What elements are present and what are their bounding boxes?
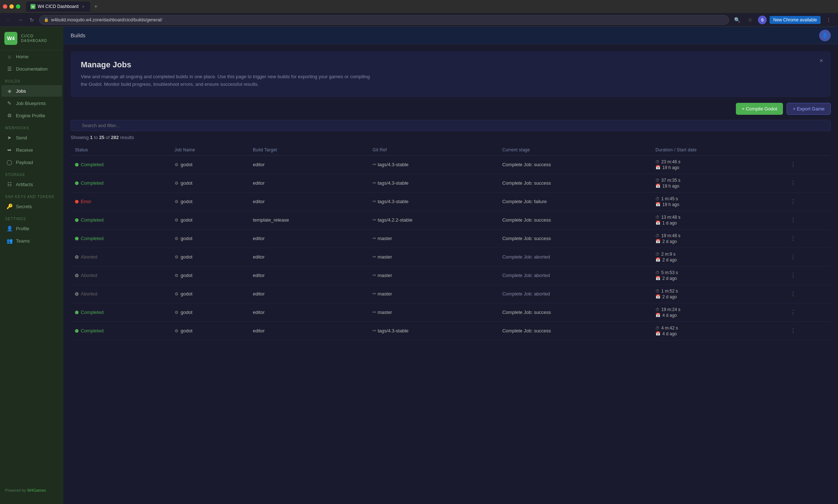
git-ref-cell: ⚯ master (373, 291, 494, 297)
fullscreen-window-button[interactable] (16, 4, 20, 9)
more-options-button[interactable]: ⋮ (789, 178, 797, 188)
cell-more: ⋮ (784, 229, 831, 248)
new-chrome-button[interactable]: New Chrome available (770, 16, 821, 24)
col-header-job-name: Job Name (170, 144, 249, 156)
search-toolbar-button[interactable]: 🔍 (732, 15, 742, 25)
sidebar-item-artifacts[interactable]: ☷ Artifacts (1, 178, 62, 190)
git-ref-cell: ⚯ tags/4.3-stable (373, 199, 494, 204)
more-options-button[interactable]: ⋮ (789, 215, 797, 225)
results-of-label: of (104, 135, 111, 140)
sidebar-label-send: Send (16, 135, 27, 140)
sidebar-item-home[interactable]: ⌂ Home (1, 51, 62, 62)
cell-job-name: ⚙ godot (170, 229, 249, 248)
cell-build-target: editor (248, 266, 368, 285)
git-ref-text: tags/4.3-stable (378, 180, 408, 186)
bookmark-button[interactable]: ☆ (745, 15, 755, 25)
more-options-button[interactable]: ⋮ (789, 270, 797, 280)
close-card-button[interactable]: × (817, 56, 826, 65)
minimize-window-button[interactable] (9, 4, 14, 9)
more-options-button[interactable]: ⋮ (789, 160, 797, 169)
back-button[interactable]: ← (4, 16, 13, 24)
status-text: Aborted (81, 273, 97, 278)
col-header-actions (784, 144, 831, 156)
git-icon: ⚯ (373, 328, 376, 333)
start-date-text: 4 d ago (662, 313, 677, 318)
address-bar: ← → ↻ 🔒 w4build.mosquito.w4.zone/dashboa… (0, 13, 838, 27)
duration-cell: ⏱ 4 m:42 s 📅 4 d ago (655, 326, 780, 336)
start-date-text: 2 d ago (662, 257, 677, 262)
compile-godot-button[interactable]: + Compile Godot (736, 103, 783, 115)
sidebar-item-teams[interactable]: 👥 Teams (1, 235, 62, 247)
duration-cell: ⏱ 13 m:48 s 📅 1 d ago (655, 215, 780, 226)
sidebar-label-documentation: Documentation (16, 66, 47, 72)
reload-button[interactable]: ↻ (28, 16, 36, 24)
url-bar[interactable]: 🔒 w4build.mosquito.w4.zone/dashboard/cic… (39, 15, 729, 25)
cell-current-stage: Complete Job: failure (498, 192, 651, 211)
sidebar-item-jobs[interactable]: ◈ Jobs (1, 85, 62, 97)
cell-current-stage: Complete Job: success (498, 322, 651, 340)
sidebar-item-payload[interactable]: ◯ Payload (1, 156, 62, 168)
active-tab[interactable]: W W4 CICD Dashboard × (26, 1, 90, 12)
close-window-button[interactable] (3, 4, 7, 9)
more-options-button[interactable]: ⋮ (789, 234, 797, 243)
tab-close-button[interactable]: × (81, 4, 86, 9)
profile-icon: 👤 (7, 226, 12, 231)
sidebar-item-documentation[interactable]: ☰ Documentation (1, 63, 62, 75)
cell-current-stage: Complete Job: aborted (498, 266, 651, 285)
forward-button[interactable]: → (16, 16, 25, 24)
topbar-user-avatar[interactable]: 👤 (819, 30, 831, 41)
search-row: 🔍 (71, 120, 831, 131)
search-wrapper: 🔍 (71, 120, 831, 131)
calendar-icon: 📅 (655, 202, 661, 207)
content-area: Manage Jobs View and manage all ongoing … (63, 44, 838, 504)
more-options-button[interactable]: ⋮ (789, 326, 797, 336)
search-input[interactable] (71, 120, 831, 131)
teams-icon: 👥 (7, 238, 12, 244)
build-target-text: editor (253, 291, 265, 297)
more-options-button[interactable]: ⋮ (789, 252, 797, 262)
duration-row: ⏱ 4 m:42 s (655, 326, 780, 331)
send-icon: ➤ (7, 135, 12, 140)
sidebar-item-job-blueprints[interactable]: ✎ Job Blueprints (1, 97, 62, 109)
sidebar-item-secrets[interactable]: 🔑 Secrets (1, 201, 62, 212)
cell-status: Completed (71, 322, 170, 340)
duration-text: 2 m:9 s (661, 252, 675, 257)
git-ref-text: tags/4.3-stable (378, 199, 408, 204)
table-row: Completed ⚙ godot editor ⚯ master Comple… (71, 229, 831, 248)
stage-text: Complete Job: success (502, 310, 551, 315)
w4games-link[interactable]: W4Games (27, 488, 46, 492)
jobs-icon: ◈ (7, 88, 12, 94)
menu-button[interactable]: ⋮ (824, 15, 834, 25)
logo-w4: W4 (7, 35, 15, 41)
top-bar: Builds 👤 (63, 27, 838, 44)
duration-text: 4 m:42 s (661, 326, 678, 331)
calendar-icon: 📅 (655, 220, 661, 225)
calendar-icon: 📅 (655, 331, 661, 336)
user-avatar[interactable]: S (758, 16, 767, 24)
sidebar-label-payload: Payload (16, 160, 33, 165)
clock-icon: ⏱ (655, 270, 659, 275)
cell-git-ref: ⚯ master (368, 229, 498, 248)
sidebar-item-engine-profile[interactable]: ⚙ Engine Profile (1, 110, 62, 121)
job-name-cell: ⚙ godot (175, 180, 244, 186)
section-builds-label: BUILDS (0, 75, 63, 85)
more-options-button[interactable]: ⋮ (789, 289, 797, 299)
page-breadcrumb: Builds (71, 32, 85, 38)
status-badge: Aborted (75, 273, 166, 278)
sidebar-item-profile[interactable]: 👤 Profile (1, 223, 62, 234)
job-name-text: godot (181, 273, 193, 278)
clock-icon: ⏱ (655, 307, 659, 312)
sidebar-item-receive[interactable]: ➥ Receive (1, 144, 62, 156)
sidebar-item-send[interactable]: ➤ Send (1, 132, 62, 143)
new-tab-button[interactable]: + (92, 2, 100, 11)
duration-cell: ⏱ 1 m:52 s 📅 2 d ago (655, 289, 780, 299)
more-options-button[interactable]: ⋮ (789, 197, 797, 206)
duration-row: ⏱ 23 m:46 s (655, 159, 780, 164)
browser-chrome: W W4 CICD Dashboard × + (0, 0, 838, 13)
start-date-row: 📅 2 d ago (655, 257, 780, 262)
export-game-button[interactable]: + Export Game (787, 103, 831, 115)
more-options-button[interactable]: ⋮ (789, 307, 797, 317)
start-date-row: 📅 4 d ago (655, 313, 780, 318)
start-date-text: 2 d ago (662, 294, 677, 299)
git-icon: ⚯ (373, 236, 376, 241)
